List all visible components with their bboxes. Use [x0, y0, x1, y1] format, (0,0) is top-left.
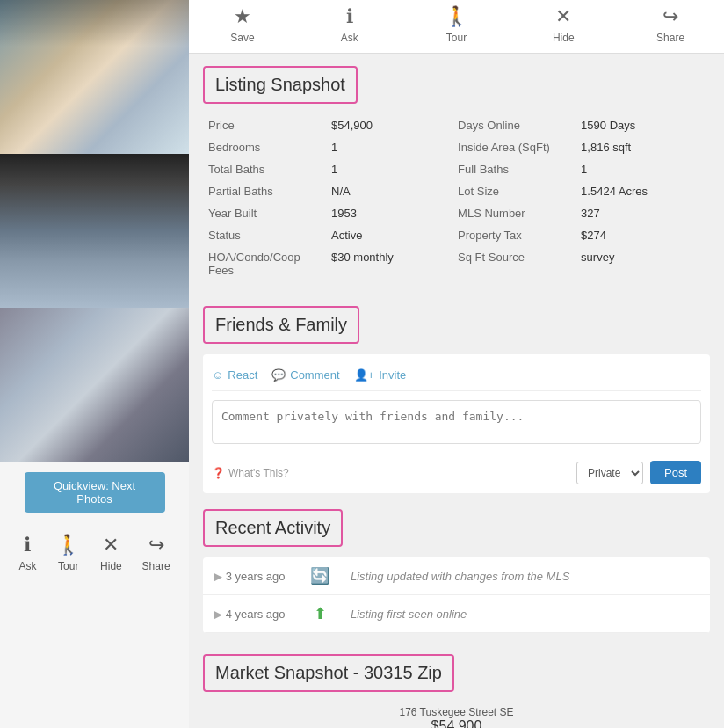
activity-time: ▶ 3 years ago [203, 557, 300, 595]
listing-label: Full Baths [452, 158, 576, 180]
activity-row: ▶ 3 years ago 🔄 Listing updated with cha… [203, 557, 710, 595]
privacy-post-area: Private Public Post [576, 461, 701, 484]
comment-label: Comment [290, 368, 339, 382]
arrow-indicator: ▶ [214, 570, 226, 583]
sidebar-share-label: Share [142, 560, 170, 572]
market-price: $54,900 [203, 718, 710, 728]
listing-value: 1,816 sqft [576, 136, 710, 158]
top-hide-icon: ✕ [555, 5, 571, 28]
listing-label: MLS Number [452, 202, 576, 224]
activity-row: ▶ 4 years ago ⬆ Listing first seen onlin… [203, 595, 710, 633]
top-ask-label: Ask [341, 32, 358, 44]
price-marker: 176 Tuskegee Street SE $54,900 ▼ [203, 706, 710, 728]
listing-table: Price $54,900 Days Online 1590 Days Bedr… [203, 114, 710, 281]
main-content: ★ Save ℹ Ask 🚶 Tour ✕ Hide ↪ Share [189, 0, 724, 728]
listing-value: survey [576, 246, 710, 281]
listing-value: $274 [576, 224, 710, 246]
top-action-bar: ★ Save ℹ Ask 🚶 Tour ✕ Hide ↪ Share [189, 0, 724, 54]
activity-description: Listing first seen online [340, 595, 710, 633]
listing-value: 1590 Days [576, 114, 710, 136]
listing-value: N/A [326, 180, 452, 202]
whats-this-link[interactable]: ❓ What's This? [212, 467, 289, 479]
top-ask[interactable]: ℹ Ask [323, 5, 376, 44]
comment-textarea[interactable] [212, 400, 701, 444]
share-icon: ↪ [148, 534, 164, 557]
quickview-button[interactable]: Quickview: Next Photos [25, 472, 165, 513]
listing-row: Total Baths 1 Full Baths 1 [203, 158, 710, 180]
top-hide[interactable]: ✕ Hide [537, 5, 590, 44]
activity-description: Listing updated with changes from the ML… [340, 557, 710, 595]
comment-button[interactable]: 💬 Comment [272, 368, 339, 382]
listing-row: HOA/Condo/Coop Fees $30 monthly Sq Ft So… [203, 246, 710, 281]
react-icon: ☺ [212, 368, 223, 382]
top-ask-icon: ℹ [346, 5, 353, 28]
top-tour-icon: 🚶 [445, 5, 468, 28]
listing-value: 1.5424 Acres [576, 180, 710, 202]
listing-label: Status [203, 224, 326, 246]
friends-actions: ☺ React 💬 Comment 👤+ Invite [212, 363, 701, 391]
listing-snapshot-title-box: Listing Snapshot [203, 66, 358, 104]
recent-activity-title: Recent Activity [215, 518, 330, 538]
react-button[interactable]: ☺ React [212, 368, 257, 382]
top-share-icon: ↪ [662, 5, 678, 28]
listing-row: Status Active Property Tax $274 [203, 224, 710, 246]
question-icon: ❓ [212, 467, 225, 479]
hide-icon: ✕ [103, 534, 119, 557]
top-share[interactable]: ↪ Share [644, 5, 697, 44]
top-hide-label: Hide [553, 32, 575, 44]
market-address: 176 Tuskegee Street SE [203, 706, 710, 718]
comment-icon: 💬 [272, 368, 286, 382]
sidebar-ask-label: Ask [18, 560, 36, 572]
post-button[interactable]: Post [650, 461, 701, 484]
invite-icon: 👤+ [354, 368, 375, 382]
listing-value: $54,900 [326, 114, 452, 136]
invite-button[interactable]: 👤+ Invite [354, 368, 407, 382]
invite-label: Invite [379, 368, 406, 382]
listing-value: 1953 [326, 202, 452, 224]
listing-label: Inside Area (SqFt) [452, 136, 576, 158]
sidebar-ask[interactable]: ℹ Ask [18, 534, 36, 572]
listing-label: HOA/Condo/Coop Fees [203, 246, 326, 281]
top-tour[interactable]: 🚶 Tour [430, 5, 482, 44]
listing-value: $30 monthly [326, 246, 452, 281]
activity-icon: ⬆ [300, 595, 340, 633]
friends-section: Friends & Family ☺ React 💬 Comment 👤+ In… [189, 302, 724, 506]
listing-label: Sq Ft Source [452, 246, 576, 281]
photo-kitchen[interactable] [0, 0, 189, 154]
listing-value: 327 [576, 202, 710, 224]
sidebar-hide[interactable]: ✕ Hide [100, 534, 122, 572]
save-label: Save [230, 32, 254, 44]
friends-content: ☺ React 💬 Comment 👤+ Invite ❓ [203, 354, 710, 493]
listing-label: Bedrooms [203, 136, 326, 158]
listing-value: 1 [326, 158, 452, 180]
listing-row: Partial Baths N/A Lot Size 1.5424 Acres [203, 180, 710, 202]
top-save[interactable]: ★ Save [216, 5, 269, 44]
photo-bathroom[interactable] [0, 308, 189, 462]
listing-row: Price $54,900 Days Online 1590 Days [203, 114, 710, 136]
react-label: React [228, 368, 257, 382]
tour-icon: 🚶 [56, 534, 80, 557]
comment-footer: ❓ What's This? Private Public Post [212, 461, 701, 484]
friends-title: Friends & Family [215, 315, 347, 335]
listing-label: Days Online [452, 114, 576, 136]
privacy-select[interactable]: Private Public [576, 462, 643, 484]
recent-activity-title-box: Recent Activity [203, 509, 343, 547]
listing-row: Bedrooms 1 Inside Area (SqFt) 1,816 sqft [203, 136, 710, 158]
activity-icon: 🔄 [300, 557, 340, 595]
sidebar-tour[interactable]: 🚶 Tour [56, 534, 80, 572]
top-share-label: Share [656, 32, 684, 44]
market-title: Market Snapshot - 30315 Zip [215, 663, 442, 683]
listing-snapshot-section: Listing Snapshot Price $54,900 Days Onli… [189, 54, 724, 302]
photo-stack [0, 0, 189, 462]
ask-icon: ℹ [24, 534, 31, 557]
sidebar-actions: ℹ Ask 🚶 Tour ✕ Hide ↪ Share [0, 523, 189, 581]
listing-value: 1 [326, 136, 452, 158]
listing-label: Lot Size [452, 180, 576, 202]
top-tour-label: Tour [446, 32, 467, 44]
activity-time: ▶ 4 years ago [203, 595, 300, 633]
sidebar-tour-label: Tour [58, 560, 78, 572]
photo-bedroom[interactable] [0, 154, 189, 308]
listing-row: Year Built 1953 MLS Number 327 [203, 202, 710, 224]
sidebar-share[interactable]: ↪ Share [142, 534, 170, 572]
friends-title-box: Friends & Family [203, 306, 359, 344]
